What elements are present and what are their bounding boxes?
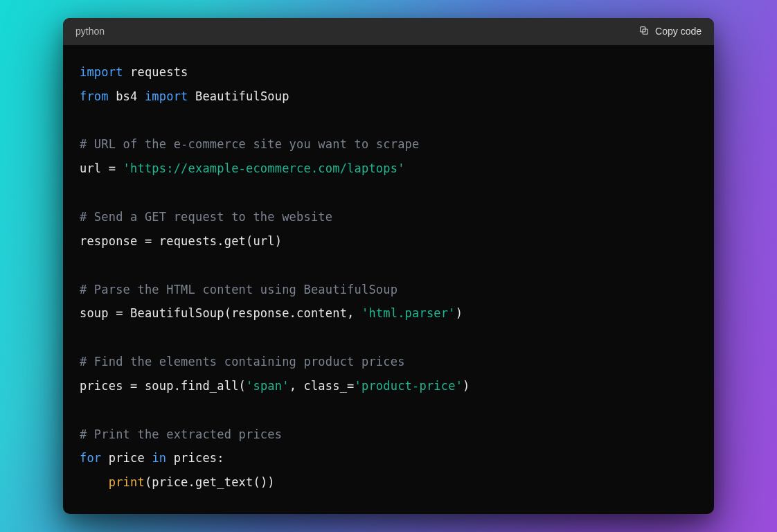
token-identifier: prices: (174, 451, 224, 465)
token-code: soup = BeautifulSoup(response.content, (80, 306, 361, 320)
token-indent (80, 475, 109, 489)
token-code: (price.get_text()) (145, 475, 275, 489)
token-code: response = requests.get(url) (80, 234, 282, 248)
token-comment: # Send a GET request to the website (80, 210, 332, 224)
token-comment: # URL of the e-commerce site you want to… (80, 137, 419, 151)
token-string: 'span' (246, 379, 289, 393)
token-identifier: BeautifulSoup (195, 89, 289, 103)
token-keyword: in (152, 451, 166, 465)
token-identifier: requests (130, 65, 188, 79)
code-body[interactable]: import requests from bs4 import Beautifu… (63, 45, 714, 514)
token-string: 'product-price' (355, 379, 463, 393)
token-code: prices = soup.find_all( (80, 379, 246, 393)
token-keyword: from (80, 89, 109, 103)
language-label: python (75, 26, 105, 37)
token-identifier: price (109, 451, 145, 465)
token-comment: # Parse the HTML content using Beautiful… (80, 283, 398, 296)
copy-code-button[interactable]: Copy code (638, 25, 702, 38)
copy-code-label: Copy code (655, 26, 702, 37)
copy-icon (638, 25, 650, 38)
token-keyword: import (80, 65, 123, 79)
code-block-card: python Copy code import requests from bs… (63, 18, 714, 514)
code-header: python Copy code (63, 18, 714, 45)
token-function: print (109, 475, 145, 489)
token-code: , class_= (289, 379, 355, 393)
token-keyword: for (80, 451, 101, 465)
token-code: ) (463, 379, 470, 393)
token-string: 'html.parser' (361, 306, 456, 320)
token-string: 'https://example-ecommerce.com/laptops' (123, 161, 405, 175)
token-comment: # Find the elements containing product p… (80, 355, 405, 369)
token-keyword: import (145, 89, 188, 103)
token-identifier: bs4 (116, 89, 137, 103)
token-comment: # Print the extracted prices (80, 427, 282, 441)
token-code: url = (80, 161, 123, 175)
token-code: ) (456, 306, 463, 320)
